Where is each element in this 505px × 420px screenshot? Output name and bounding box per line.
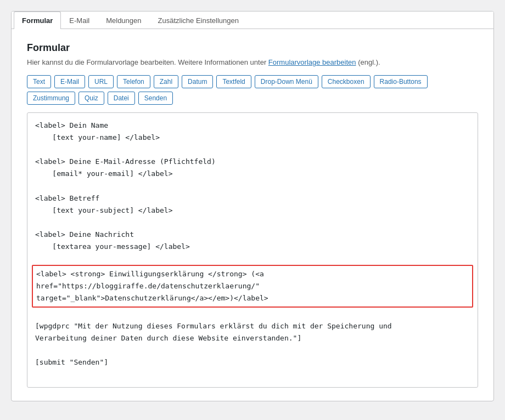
page-title: Formular [27,42,478,54]
field-btn-e-mail[interactable]: E-Mail [54,75,85,88]
main-container: FormularE-MailMeldungenZusätzliche Einst… [11,11,494,401]
description-text-end: (engl.). [356,58,380,66]
tab-email[interactable]: E-Mail [61,12,98,29]
tab-zusaetzliche[interactable]: Zusätzliche Einstellungen [150,12,247,29]
code-editor[interactable]: <label> Dein Name [text your-name] </lab… [27,112,478,388]
tab-meldungen[interactable]: Meldungen [98,12,149,29]
field-btn-zustimmung[interactable]: Zustimmung [27,92,75,105]
field-btn-radio-buttons[interactable]: Radio-Buttons [374,75,428,88]
description-text-start: Hier kannst du die Formularvorlage bearb… [27,58,268,66]
field-btn-textfeld[interactable]: Textfeld [216,75,251,88]
tab-formular[interactable]: Formular [14,12,61,29]
content-area: Formular Hier kannst du die Formularvorl… [12,29,493,401]
field-btn-telefon[interactable]: Telefon [117,75,150,88]
field-btn-drop-down-men-[interactable]: Drop-Down Menü [255,75,318,88]
field-btn-text[interactable]: Text [27,75,51,88]
field-btn-url[interactable]: URL [88,75,114,88]
description-link[interactable]: Formularvorlage bearbeiten [268,58,356,66]
field-btn-zahl[interactable]: Zahl [154,75,178,88]
description: Hier kannst du die Formularvorlage bearb… [27,58,478,66]
field-btn-datei[interactable]: Datei [108,92,135,105]
code-area: <label> Dein Name [text your-name] </lab… [27,112,478,388]
field-btn-checkboxen[interactable]: Checkboxen [322,75,371,88]
field-btn-quiz[interactable]: Quiz [78,92,104,105]
field-btn-datum[interactable]: Datum [182,75,213,88]
field-btn-senden[interactable]: Senden [138,92,173,105]
tab-bar: FormularE-MailMeldungenZusätzliche Einst… [12,12,493,29]
field-buttons-row: TextE-MailURLTelefonZahlDatumTextfeldDro… [27,75,478,105]
